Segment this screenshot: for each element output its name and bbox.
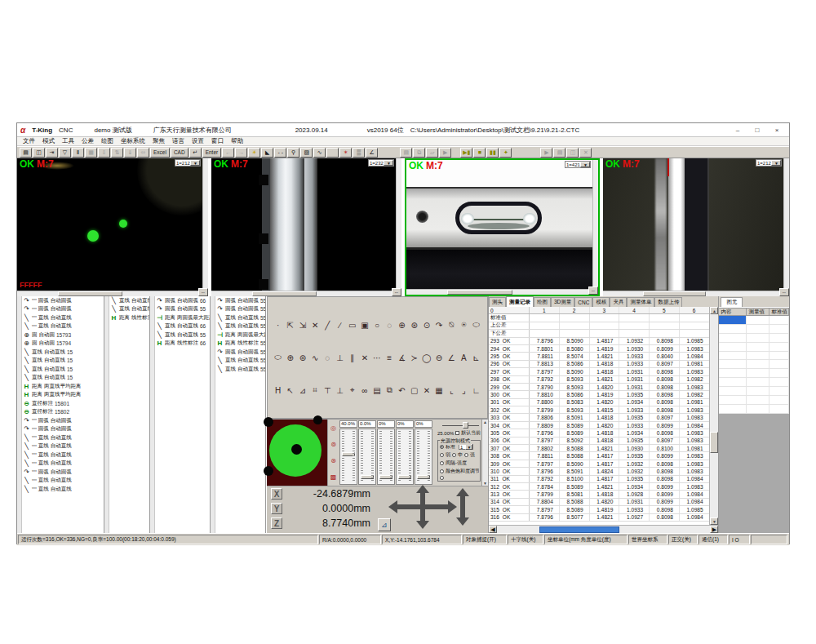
tolerance-row[interactable]: 标准值 — [489, 314, 709, 322]
hscroll-thumb[interactable] — [539, 526, 619, 533]
color-radio[interactable] — [440, 469, 444, 473]
record-row[interactable]: 301OK7.88008.50831.48201.09340.80981.098… — [489, 399, 709, 406]
camera-pane-4[interactable]: OK M:7 1=212▼ ⇔ — [603, 158, 789, 296]
run-save-button[interactable]: ▤ — [400, 148, 412, 158]
ring-light-preview[interactable] — [267, 420, 327, 486]
save-2-button[interactable]: ▤ — [553, 148, 565, 158]
camera-1-pan-icon[interactable]: ⇔ — [198, 288, 208, 296]
scroll-down-icon[interactable]: ▼ — [710, 517, 718, 525]
angle2-tool-icon[interactable]: ∠ — [446, 353, 458, 362]
arc-tool-icon[interactable]: ↷ — [432, 321, 445, 330]
z-jog-up-arrow-icon[interactable] — [456, 488, 469, 496]
circle-star-tool-icon[interactable]: ⍟ — [458, 320, 470, 330]
zoom-tool-button[interactable]: ⚲ — [287, 148, 299, 158]
vscroll-thumb[interactable] — [710, 432, 718, 453]
chevron-down-icon[interactable]: ▼ — [771, 160, 781, 166]
open-2-button[interactable]: ◫ — [566, 148, 579, 158]
element-row[interactable] — [719, 334, 789, 343]
jog-down-arrow-icon[interactable] — [416, 521, 429, 529]
circle-dashed-tool-icon[interactable]: ◌ — [384, 321, 396, 330]
menu-item-工具[interactable]: 工具 — [62, 137, 74, 145]
record-row[interactable]: 311OK7.87928.51001.48171.09350.80981.098… — [489, 476, 709, 483]
tab-测量记录[interactable]: 测量记录 — [506, 296, 534, 307]
list-item[interactable]: ⊕圆自动圆15794 — [22, 340, 104, 349]
list-item[interactable]: ╲***直线自动直线 — [22, 433, 104, 442]
perpendicular-tool-icon[interactable]: ⊥ — [334, 353, 346, 362]
scroll-left-icon[interactable]: ◀ — [489, 526, 497, 533]
light-slider-4[interactable]: 0% — [396, 420, 414, 485]
record-row[interactable]: 294OK7.88018.50801.48191.09300.80991.098… — [489, 345, 709, 353]
menu-item-聚焦[interactable]: 聚焦 — [153, 137, 165, 145]
distance-h-tool-icon[interactable]: H — [272, 386, 284, 395]
diagonal-move-button[interactable]: ⊿ — [378, 518, 391, 531]
list-item[interactable]: H距离两直线平均距离 — [22, 382, 104, 391]
menu-item-模式[interactable]: 模式 — [42, 137, 55, 145]
record-row[interactable]: 305OK7.87968.50891.48181.09340.80981.098… — [489, 429, 709, 437]
pick-in-tool-icon[interactable]: ⇱ — [284, 321, 296, 330]
list-item[interactable]: ╲直线自动直线55 — [215, 365, 265, 374]
delete-tool-icon[interactable]: ✕ — [420, 386, 432, 395]
back-button[interactable]: ← — [222, 148, 234, 158]
list-item[interactable]: H距离线性标注55 — [215, 340, 265, 349]
element-row[interactable] — [719, 396, 789, 405]
list-item[interactable]: ╲直线自动直线55 — [215, 357, 265, 366]
blob-tool-icon[interactable]: ◌ — [322, 353, 334, 362]
camera-3-view[interactable]: OK M:7 — [406, 160, 592, 289]
list-item[interactable]: ╲直线自动直线66 — [155, 322, 210, 331]
slider-thumb[interactable] — [398, 475, 411, 479]
list-item[interactable]: ⊖直径标注15801 — [22, 399, 104, 408]
rect-tool-icon[interactable]: ▭ — [346, 321, 358, 330]
camera-1-zoom-select[interactable]: 1=212▼ — [175, 159, 201, 167]
undo-tool-icon[interactable]: ↶ — [396, 386, 408, 395]
slider-thumb[interactable] — [417, 475, 430, 479]
text-tool-icon[interactable]: A — [458, 353, 470, 362]
angle-tool-icon[interactable]: ∡ — [396, 353, 408, 362]
list-item[interactable]: ↷***圆弧自动圆弧 — [22, 305, 104, 314]
forward-button[interactable]: → — [235, 148, 247, 158]
list-item[interactable]: ╲***直线自动直线 — [22, 485, 104, 494]
wave-tool-icon[interactable]: ∿ — [309, 353, 322, 362]
record-row[interactable]: 315OK7.87978.50891.48191.09330.80981.098… — [489, 506, 709, 513]
record-row[interactable]: 314OK7.88048.50881.48201.09310.80991.098… — [489, 499, 709, 506]
stage-down-button[interactable]: ⇓ — [124, 148, 136, 158]
record-row[interactable]: 302OK7.87998.50931.48151.09330.80981.098… — [489, 406, 709, 414]
element-row[interactable] — [719, 405, 789, 414]
record-row[interactable]: 296OK7.88138.50861.48181.09330.80971.098… — [489, 361, 709, 368]
record-row[interactable]: 312OK7.87848.50891.48211.09340.80991.098… — [489, 483, 709, 491]
jog-up-arrow-icon[interactable] — [416, 485, 429, 493]
slider-thumb[interactable] — [463, 422, 468, 429]
camera-2-view[interactable]: OK M:7 — [211, 158, 396, 291]
vee-tool-icon[interactable]: ≻ — [408, 353, 420, 362]
record-vscrollbar[interactable]: ▲ ▼ — [709, 307, 718, 525]
rect-grid-tool-icon[interactable]: ▣ — [358, 321, 370, 330]
chart-button[interactable]: ∠ — [366, 148, 378, 158]
circle-tool-icon[interactable]: ○ — [371, 321, 384, 330]
list-item[interactable]: ⊖直径标注15802 — [22, 408, 104, 417]
list-item[interactable]: H距离两直线平均距离 — [22, 391, 104, 400]
pan-move-button[interactable]: ⬄ — [137, 148, 149, 158]
corner-br-tool-icon[interactable]: ⌟ — [458, 386, 470, 395]
list-item[interactable]: ╲直线自动直线34 — [109, 296, 149, 305]
infinity-tool-icon[interactable]: ∞ — [358, 386, 370, 395]
ellipse-tool-icon[interactable]: ⬭ — [470, 320, 482, 330]
extra-radio[interactable] — [440, 476, 444, 480]
pick-out-tool-icon[interactable]: ⇲ — [296, 321, 308, 330]
right-angle-tool-icon[interactable]: ∟ — [470, 386, 482, 395]
grid-tool-icon[interactable]: ▦ — [432, 386, 445, 395]
menu-item-窗口[interactable]: 窗口 — [211, 137, 224, 145]
element-row[interactable] — [719, 360, 789, 369]
tab-绘图[interactable]: 绘图 — [534, 297, 551, 307]
interval-radio[interactable] — [440, 461, 444, 465]
cad-button[interactable]: CAD — [171, 148, 188, 158]
slider-thumb[interactable] — [342, 452, 355, 456]
level-radio-弱[interactable] — [440, 453, 444, 457]
blank-button[interactable] — [326, 148, 339, 158]
record-row[interactable]: 306OK7.87978.50921.48181.09350.80971.098… — [489, 437, 709, 445]
list-item[interactable]: ╲***直线自动直线 — [22, 460, 104, 469]
z-jog-down-arrow-icon[interactable] — [456, 517, 469, 526]
grid-dim-tool-icon[interactable]: ⌗ — [309, 385, 322, 395]
camera-4-pan-icon[interactable]: ⇔ — [779, 288, 789, 296]
record-row[interactable]: 293OK7.87968.50901.48171.09320.80981.098… — [489, 338, 709, 345]
tab-数据上传[interactable]: 数据上传 — [654, 297, 682, 307]
box-dashed-tool-icon[interactable]: ▢ — [408, 386, 420, 395]
